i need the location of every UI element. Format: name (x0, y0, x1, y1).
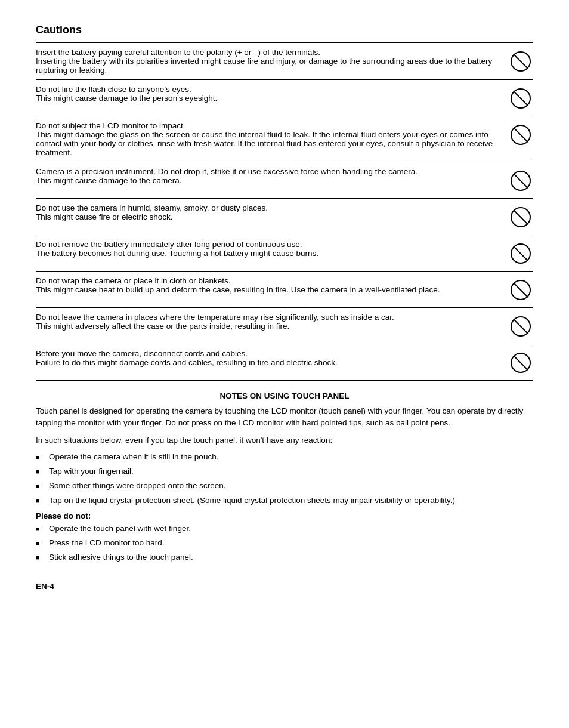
notes-bullet-2-item: Operate the touch panel with wet finger. (36, 523, 533, 535)
caution-normal-battery-hot: The battery becomes hot during use. Touc… (36, 249, 318, 258)
no-symbol-icon-battery-hot (508, 241, 533, 266)
caution-bold-battery-polarity: Insert the battery paying careful attent… (36, 48, 320, 57)
notes-title: NOTES ON USING TOUCH PANEL (36, 391, 533, 400)
no-symbol-icon-disconnect-cords (508, 350, 533, 375)
caution-normal-humid-places: This might cause fire or electric shock. (36, 212, 173, 221)
no-symbol-icon-temperature-rise (508, 314, 533, 339)
notes-section: NOTES ON USING TOUCH PANEL Touch panel i… (36, 391, 533, 564)
notes-bullets-1: Operate the camera when it is still in t… (36, 451, 533, 507)
caution-bold-humid-places: Do not use the camera in humid, steamy, … (36, 203, 268, 212)
caution-bold-battery-hot: Do not remove the battery immediately af… (36, 240, 302, 249)
caution-item-humid-places: Do not use the camera in humid, steamy, … (36, 199, 533, 235)
caution-bold-precision-instrument: Camera is a precision instrument. Do not… (36, 167, 418, 176)
caution-normal-flash-eyes: This might cause damage to the person's … (36, 94, 217, 103)
caution-item-disconnect-cords: Before you move the camera, disconnect c… (36, 344, 533, 381)
svg-line-7 (514, 174, 528, 188)
caution-item-battery-polarity: Insert the battery paying careful attent… (36, 42, 533, 80)
no-symbol-icon-humid-places (508, 205, 533, 230)
caution-normal-precision-instrument: This might cause damage to the camera. (36, 176, 182, 185)
notes-paragraph-2: In such situations below, even if you ta… (36, 434, 533, 446)
caution-item-wrap-camera: Do not wrap the camera or place it in cl… (36, 272, 533, 308)
caution-item-flash-eyes: Do not fire the flash close to anyone's … (36, 80, 533, 116)
svg-line-11 (514, 246, 528, 261)
notes-bullet-1-item: Some other things were dropped onto the … (36, 480, 533, 492)
page-number: EN-4 (36, 582, 533, 591)
caution-text-wrap-camera: Do not wrap the camera or place it in cl… (36, 276, 502, 294)
no-symbol-icon-flash-eyes (508, 86, 533, 111)
caution-text-battery-hot: Do not remove the battery immediately af… (36, 240, 502, 258)
caution-bold-wrap-camera: Do not wrap the camera or place it in cl… (36, 276, 230, 285)
svg-line-3 (514, 91, 528, 106)
notes-bullet-1-item: Operate the camera when it is still in t… (36, 451, 533, 463)
please-donot-label: Please do not: (36, 511, 533, 520)
svg-line-13 (514, 283, 528, 297)
caution-text-flash-eyes: Do not fire the flash close to anyone's … (36, 85, 502, 103)
svg-line-5 (514, 128, 528, 142)
caution-bold-temperature-rise: Do not leave the camera in places where … (36, 313, 394, 322)
notes-paragraph-1: Touch panel is designed for operating th… (36, 405, 533, 430)
caution-bold-lcd-impact: Do not subject the LCD monitor to impact… (36, 121, 185, 130)
svg-line-17 (514, 356, 528, 370)
caution-text-battery-polarity: Insert the battery paying careful attent… (36, 48, 502, 75)
notes-bullet-2-item: Press the LCD monitor too hard. (36, 537, 533, 549)
caution-normal-battery-polarity: Inserting the battery with its polaritie… (36, 57, 492, 75)
caution-normal-disconnect-cords: Failure to do this might damage cords an… (36, 358, 338, 367)
notes-bullet-1-item: Tap on the liquid crystal protection she… (36, 495, 533, 507)
caution-normal-temperature-rise: This might adversely affect the case or … (36, 322, 289, 331)
cautions-list: Insert the battery paying careful attent… (36, 42, 533, 381)
caution-normal-wrap-camera: This might cause heat to build up and de… (36, 285, 440, 294)
caution-item-battery-hot: Do not remove the battery immediately af… (36, 235, 533, 272)
no-symbol-icon-battery-polarity (508, 49, 533, 74)
svg-line-1 (514, 54, 528, 69)
svg-line-9 (514, 210, 528, 224)
caution-normal-lcd-impact: This might damage the glass on the scree… (36, 130, 493, 157)
no-symbol-icon-lcd-impact (508, 122, 533, 147)
svg-line-15 (514, 319, 528, 334)
notes-bullet-2-item: Stick adhesive things to the touch panel… (36, 551, 533, 563)
notes-bullets-2: Operate the touch panel with wet finger.… (36, 523, 533, 564)
caution-item-temperature-rise: Do not leave the camera in places where … (36, 308, 533, 344)
no-symbol-icon-precision-instrument (508, 168, 533, 193)
caution-text-lcd-impact: Do not subject the LCD monitor to impact… (36, 121, 502, 157)
caution-text-precision-instrument: Camera is a precision instrument. Do not… (36, 167, 502, 185)
caution-text-temperature-rise: Do not leave the camera in places where … (36, 313, 502, 331)
caution-text-disconnect-cords: Before you move the camera, disconnect c… (36, 349, 502, 367)
notes-bullet-1-item: Tap with your fingernail. (36, 465, 533, 477)
caution-bold-flash-eyes: Do not fire the flash close to anyone's … (36, 85, 191, 94)
caution-item-lcd-impact: Do not subject the LCD monitor to impact… (36, 116, 533, 162)
caution-item-precision-instrument: Camera is a precision instrument. Do not… (36, 162, 533, 199)
page-title: Cautions (36, 24, 533, 36)
caution-bold-disconnect-cords: Before you move the camera, disconnect c… (36, 349, 248, 358)
no-symbol-icon-wrap-camera (508, 277, 533, 303)
caution-text-humid-places: Do not use the camera in humid, steamy, … (36, 203, 502, 221)
